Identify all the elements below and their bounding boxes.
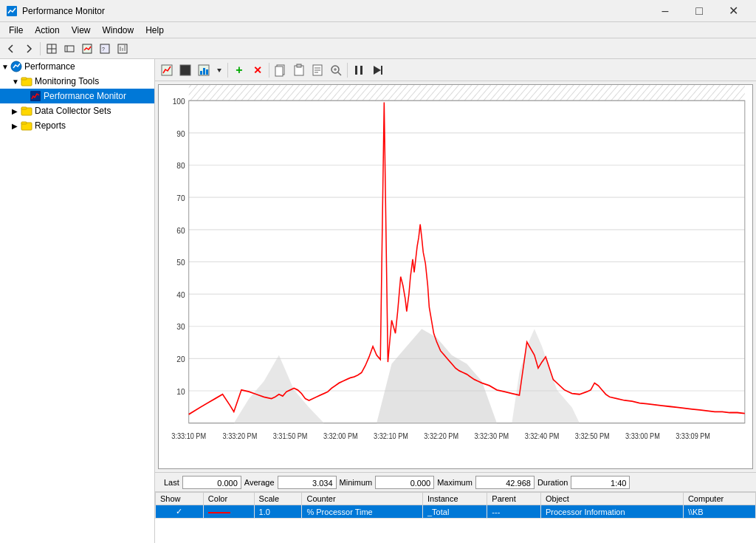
- svg-text:3:32:20 PM: 3:32:20 PM: [424, 431, 458, 440]
- forward-button[interactable]: [21, 41, 37, 57]
- sidebar-label-performance: Performance: [24, 61, 75, 72]
- svg-rect-4: [65, 46, 74, 52]
- label-minimum: Minimum: [337, 478, 376, 487]
- menu-bar: File Action View Window Help: [0, 22, 756, 38]
- inner-toolbar: + ✕: [155, 59, 756, 81]
- inner-btn-copy[interactable]: [272, 61, 289, 79]
- inner-btn-report[interactable]: [309, 61, 326, 79]
- title-bar: Performance Monitor – □ ✕: [0, 0, 756, 22]
- svg-text:3:32:00 PM: 3:32:00 PM: [323, 431, 358, 440]
- inner-btn-chart[interactable]: [158, 61, 176, 79]
- minimize-button[interactable]: –: [648, 0, 682, 22]
- value-minimum: 0.000: [375, 476, 434, 489]
- sidebar-item-performance[interactable]: ▼ Performance: [0, 59, 154, 74]
- expand-arrow-performance: ▼: [1, 63, 10, 71]
- svg-text:3:31:50 PM: 3:31:50 PM: [273, 431, 308, 440]
- svg-text:3:32:30 PM: 3:32:30 PM: [474, 431, 509, 440]
- sidebar-item-perf-monitor[interactable]: Performance Monitor: [0, 89, 154, 103]
- svg-text:60: 60: [176, 225, 185, 235]
- maximize-button[interactable]: □: [682, 0, 716, 22]
- chart-container: 100 90 80 70 60 50 40 30 20 10: [158, 84, 753, 469]
- inner-btn-paste[interactable]: [290, 61, 308, 79]
- label-average: Average: [241, 478, 278, 487]
- inner-btn-pause[interactable]: [350, 61, 368, 79]
- menu-file[interactable]: File: [3, 24, 29, 37]
- title-bar-text: Performance Monitor: [22, 6, 648, 16]
- inner-btn-delete[interactable]: ✕: [249, 61, 267, 79]
- svg-text:10: 10: [176, 386, 185, 396]
- sidebar-label-reports: Reports: [35, 120, 66, 131]
- cell-counter: % Processor Time: [302, 505, 423, 519]
- sidebar: ▼ Performance ▼ Monitoring Tools Perform…: [0, 59, 155, 543]
- svg-rect-15: [21, 78, 27, 80]
- sidebar-item-reports[interactable]: ▶ Reports: [0, 118, 154, 133]
- inner-btn-zoom[interactable]: [327, 61, 345, 79]
- main-toolbar: ?: [0, 38, 756, 59]
- svg-text:?: ?: [102, 47, 105, 52]
- value-average: 3.034: [278, 476, 337, 489]
- svg-rect-24: [200, 71, 202, 75]
- cell-color: [203, 505, 254, 519]
- svg-text:30: 30: [176, 322, 185, 332]
- svg-rect-26: [206, 69, 208, 75]
- value-maximum: 42.968: [475, 476, 535, 489]
- svg-marker-42: [374, 66, 381, 75]
- svg-text:70: 70: [176, 193, 185, 202]
- cell-parent: ---: [487, 505, 541, 519]
- cell-scale: 1.0: [254, 505, 302, 519]
- main-container: ▼ Performance ▼ Monitoring Tools Perform…: [0, 59, 756, 543]
- svg-text:3:33:20 PM: 3:33:20 PM: [223, 431, 258, 440]
- col-header-computer: Computer: [683, 493, 755, 505]
- title-bar-buttons: – □ ✕: [648, 0, 750, 22]
- value-last: 0.000: [182, 476, 241, 489]
- performance-chart: 100 90 80 70 60 50 40 30 20 10: [159, 85, 752, 468]
- sidebar-item-data-collector-sets[interactable]: ▶ Data Collector Sets: [0, 103, 154, 118]
- inner-btn-next[interactable]: [368, 61, 386, 79]
- sidebar-label-perf-monitor: Performance Monitor: [44, 91, 126, 101]
- show-button[interactable]: [44, 41, 60, 57]
- menu-action[interactable]: Action: [29, 24, 65, 37]
- toolbar-btn5[interactable]: [114, 41, 131, 57]
- svg-text:3:33:00 PM: 3:33:00 PM: [625, 431, 660, 440]
- toolbar-btn3[interactable]: [79, 41, 95, 57]
- table-row[interactable]: ✓ 1.0 % Processor Time _Total --- Proces…: [156, 505, 756, 519]
- data-table: Show Color Scale Counter Instance Parent…: [155, 492, 756, 519]
- menu-help[interactable]: Help: [140, 24, 170, 37]
- inner-btn-add[interactable]: +: [230, 61, 248, 79]
- svg-line-37: [338, 72, 341, 75]
- inner-btn-hist[interactable]: [195, 61, 213, 79]
- inner-sep-2: [269, 63, 269, 78]
- svg-rect-31: [297, 64, 301, 67]
- svg-rect-25: [203, 68, 205, 75]
- svg-point-13: [11, 61, 21, 72]
- svg-text:3:33:09 PM: 3:33:09 PM: [676, 431, 710, 440]
- menu-window[interactable]: Window: [97, 24, 140, 37]
- col-header-scale: Scale: [254, 493, 302, 505]
- label-duration: Duration: [535, 478, 571, 487]
- svg-text:90: 90: [176, 129, 185, 138]
- toolbar-btn4[interactable]: ?: [97, 41, 113, 57]
- svg-rect-18: [21, 107, 27, 109]
- svg-text:3:32:10 PM: 3:32:10 PM: [374, 431, 408, 440]
- inner-btn-black[interactable]: [176, 61, 194, 79]
- menu-view[interactable]: View: [66, 24, 97, 37]
- svg-text:40: 40: [176, 290, 185, 299]
- cell-show: ✓: [156, 505, 204, 519]
- cell-instance: _Total: [423, 505, 487, 519]
- svg-rect-20: [21, 122, 27, 124]
- expand-arrow-dcs: ▶: [12, 107, 21, 115]
- stats-bar: Last 0.000 Average 3.034 Minimum 0.000 M…: [155, 472, 756, 491]
- inner-sep-3: [347, 63, 348, 78]
- inner-btn-dropdown[interactable]: [213, 61, 225, 79]
- inner-sep-1: [227, 63, 228, 78]
- svg-rect-22: [180, 65, 190, 75]
- sidebar-item-monitoring-tools[interactable]: ▼ Monitoring Tools: [0, 74, 154, 89]
- toolbar-btn2[interactable]: [61, 41, 78, 57]
- svg-text:3:33:10 PM: 3:33:10 PM: [171, 431, 206, 440]
- sidebar-label-dcs: Data Collector Sets: [35, 106, 111, 116]
- close-button[interactable]: ✕: [716, 0, 750, 22]
- toolbar-sep-1: [40, 42, 41, 55]
- back-button[interactable]: [3, 41, 19, 57]
- svg-text:20: 20: [176, 354, 185, 363]
- cell-object: Processor Information: [540, 505, 683, 519]
